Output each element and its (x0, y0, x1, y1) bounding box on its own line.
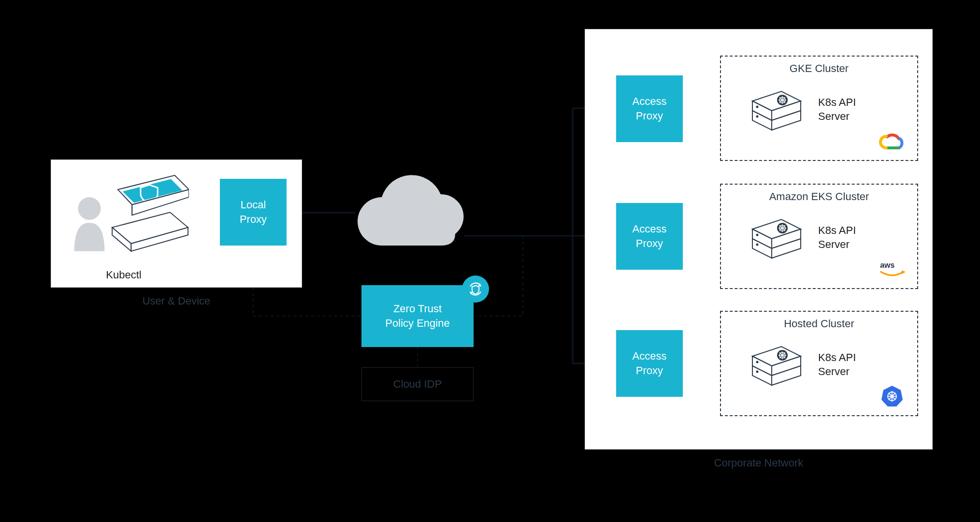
cluster-hosted: Hosted Cluster K8s API Server (720, 311, 918, 416)
server-icon (748, 87, 806, 133)
svg-point-47 (756, 244, 759, 246)
api-server-label: K8s API Server (818, 224, 856, 251)
user-device-panel-label: User & Device (51, 295, 302, 307)
svg-point-34 (756, 116, 759, 118)
cluster-title: Amazon EKS Cluster (721, 190, 917, 203)
access-proxy-label: Access Proxy (633, 94, 667, 123)
svg-point-33 (756, 106, 759, 108)
laptop-icon (66, 170, 189, 266)
local-proxy-node: Local Proxy (220, 179, 287, 246)
kubectl-label: Kubectl (75, 269, 172, 281)
cluster-eks: Amazon EKS Cluster K8s API Server aw (720, 184, 918, 289)
server-icon (748, 215, 806, 261)
sync-shield-icon (462, 276, 489, 303)
access-proxy-node-2: Access Proxy (616, 203, 683, 270)
svg-point-61 (756, 361, 759, 363)
aws-icon: aws (879, 257, 906, 280)
user-laptop-illustration (66, 170, 189, 266)
svg-marker-49 (902, 270, 906, 274)
svg-text:aws: aws (880, 261, 894, 269)
cluster-title: Hosted Cluster (721, 318, 917, 330)
access-proxy-node-3: Access Proxy (616, 330, 683, 397)
policy-engine-label: Zero Trust Policy Engine (385, 302, 449, 330)
api-server-label: K8s API Server (818, 351, 856, 378)
access-proxy-node-1: Access Proxy (616, 75, 683, 142)
svg-point-11 (78, 197, 101, 220)
api-server-label: K8s API Server (818, 96, 856, 123)
zero-trust-policy-engine-node: Zero Trust Policy Engine (361, 285, 474, 347)
gcp-icon (879, 129, 906, 152)
svg-point-69 (891, 395, 894, 398)
server-icon (748, 342, 806, 388)
local-proxy-label: Local Proxy (240, 198, 267, 226)
architecture-diagram: Kubectl User & Device Local Proxy Zero T… (0, 0, 980, 522)
cloud-idp-label: Cloud IDP (393, 378, 442, 391)
access-proxy-label: Access Proxy (633, 222, 667, 250)
cluster-title: GKE Cluster (721, 62, 917, 75)
cluster-gke: GKE Cluster K8s API Server (720, 56, 918, 161)
svg-point-46 (756, 234, 759, 236)
internet-cloud-icon (348, 173, 474, 255)
svg-point-62 (756, 371, 759, 373)
access-proxy-label: Access Proxy (633, 349, 667, 377)
kubernetes-icon (879, 384, 906, 407)
cloud-idp-node: Cloud IDP (361, 367, 474, 401)
corporate-network-label: Corporate Network (585, 457, 933, 469)
